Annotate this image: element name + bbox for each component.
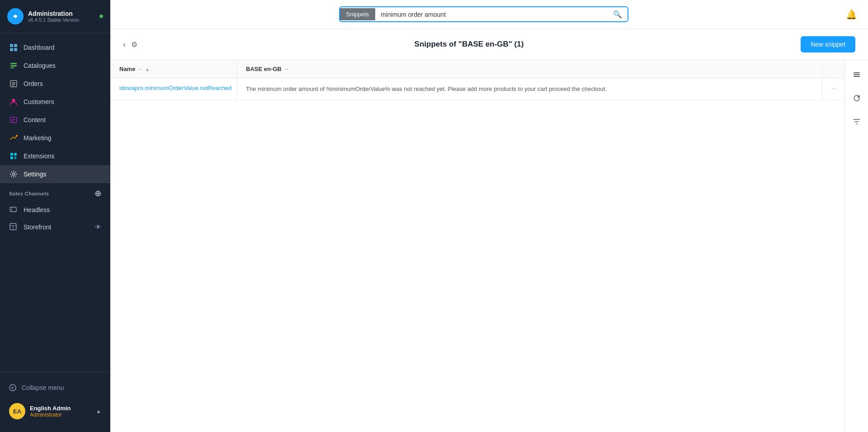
svg-point-13	[12, 99, 15, 102]
status-dot	[99, 14, 103, 18]
table-area: Name ··· ▲ BASE en-GB ··· idowapro.minim…	[110, 60, 844, 432]
main-nav: Dashboard Catalogues	[0, 33, 110, 372]
back-button[interactable]: ‹	[123, 40, 126, 49]
td-snippet-key[interactable]: idowapro.minimumOrderValue.notReached	[110, 78, 237, 100]
svg-rect-19	[14, 153, 17, 156]
add-channel-icon[interactable]: ⊕	[94, 189, 102, 199]
sidebar-item-label: Orders	[24, 80, 43, 87]
th-name-label: Name	[119, 66, 135, 72]
notification-icon[interactable]: 🔔	[846, 9, 857, 20]
svg-rect-12	[12, 85, 14, 86]
svg-rect-20	[10, 157, 13, 159]
sidebar-item-label: Marketing	[24, 134, 51, 142]
sidebar-item-settings[interactable]: Settings	[0, 165, 110, 183]
sidebar-item-dashboard[interactable]: Dashboard	[0, 38, 110, 57]
sidebar-item-content[interactable]: Content	[0, 111, 110, 129]
sidebar-item-label: Extensions	[24, 152, 54, 160]
svg-rect-5	[14, 48, 17, 51]
settings-button[interactable]: ⚙	[131, 40, 137, 49]
sidebar-bottom: Collapse menu EA English Admin Administr…	[0, 372, 110, 432]
snippet-value-text: The minimum order amount of %minimumOrde…	[246, 85, 607, 92]
svg-point-21	[13, 173, 15, 176]
row-context-menu[interactable]: ···	[831, 85, 837, 92]
table-header: Name ··· ▲ BASE en-GB ···	[110, 60, 844, 78]
sidebar-item-extensions[interactable]: Extensions	[0, 147, 110, 165]
svg-rect-15	[12, 119, 15, 120]
content-icon	[9, 115, 18, 124]
user-chevron-icon: ▲	[96, 408, 101, 414]
app-name: Administration	[28, 10, 79, 18]
visibility-icon[interactable]: 👁	[95, 223, 101, 231]
extensions-icon	[9, 152, 18, 161]
settings-icon	[9, 170, 18, 179]
user-info: English Admin Administrator	[30, 405, 71, 418]
sort-icon[interactable]: ▲	[145, 66, 150, 72]
marketing-icon	[9, 133, 18, 142]
search-button[interactable]: 🔍	[608, 7, 627, 21]
svg-rect-28	[854, 72, 860, 73]
svg-rect-30	[854, 76, 860, 77]
dashboard-icon	[9, 43, 18, 52]
topbar-right: 🔔	[846, 9, 857, 20]
svg-rect-16	[12, 120, 14, 121]
th-name: Name ··· ▲	[110, 60, 237, 78]
collapse-label: Collapse menu	[22, 384, 64, 391]
svg-point-17	[16, 135, 18, 137]
main-content: Snippets 🔍 🔔 ‹ ⚙ Snippets of "BASE en-GB…	[110, 0, 868, 432]
user-profile[interactable]: EA English Admin Administrator ▲	[0, 398, 110, 425]
th-base-en-gb: BASE en-GB ···	[237, 60, 822, 78]
sidebar-item-label: Customers	[24, 98, 54, 105]
sidebar-item-label: Content	[24, 116, 46, 123]
right-sidebar	[844, 60, 868, 432]
orders-icon	[9, 79, 18, 88]
headless-icon	[9, 205, 18, 214]
filter-button[interactable]	[849, 114, 865, 130]
list-view-button[interactable]	[849, 66, 865, 83]
app-version: v6.4.5.1 Stable Version	[28, 17, 79, 23]
sidebar-item-storefront[interactable]: Storefront 👁	[0, 218, 110, 236]
content-area: Name ··· ▲ BASE en-GB ··· idowapro.minim…	[110, 60, 868, 432]
th-base-dots[interactable]: ···	[284, 66, 288, 72]
svg-rect-6	[10, 63, 17, 64]
header-left: ‹ ⚙	[123, 40, 137, 49]
snippet-key-text[interactable]: idowapro.minimumOrderValue.notReached	[119, 85, 231, 91]
new-snippet-button[interactable]: New snippet	[801, 36, 855, 52]
sidebar-item-label: Dashboard	[24, 44, 55, 51]
channel-label: Storefront	[24, 223, 51, 231]
svg-point-1	[14, 15, 17, 18]
user-name: English Admin	[30, 405, 71, 412]
svg-rect-10	[12, 82, 15, 83]
sales-channels-title: Sales Channels	[9, 191, 49, 196]
search-input[interactable]	[375, 8, 607, 21]
catalogues-icon	[9, 61, 18, 70]
snippets-header: ‹ ⚙ Snippets of "BASE en-GB" (1) New sni…	[110, 29, 868, 60]
collapse-menu-btn[interactable]: Collapse menu	[0, 380, 110, 396]
search-tag[interactable]: Snippets	[340, 8, 376, 20]
sidebar-item-orders[interactable]: Orders	[0, 75, 110, 93]
svg-rect-18	[10, 153, 13, 156]
sidebar-header: Administration v6.4.5.1 Stable Version	[0, 0, 110, 33]
table-row: idowapro.minimumOrderValue.notReached Th…	[110, 78, 844, 100]
sidebar-item-catalogues[interactable]: Catalogues	[0, 57, 110, 75]
sidebar-item-headless[interactable]: Headless	[0, 201, 110, 218]
svg-rect-2	[10, 44, 13, 47]
app-logo	[7, 8, 24, 24]
svg-rect-29	[854, 74, 860, 75]
sidebar-item-customers[interactable]: Customers	[0, 93, 110, 111]
customers-icon	[9, 97, 18, 106]
td-row-actions[interactable]: ···	[822, 78, 844, 100]
sidebar-item-label: Catalogues	[24, 62, 56, 69]
refresh-button[interactable]	[849, 90, 865, 106]
svg-rect-8	[10, 67, 14, 68]
svg-rect-22	[10, 207, 16, 212]
user-role: Administrator	[30, 412, 71, 418]
svg-rect-14	[10, 117, 17, 123]
td-snippet-value: The minimum order amount of %minimumOrde…	[237, 78, 822, 100]
sidebar: Administration v6.4.5.1 Stable Version D…	[0, 0, 110, 432]
storefront-icon	[9, 223, 18, 232]
channel-label: Headless	[24, 206, 50, 214]
svg-rect-11	[12, 84, 15, 85]
sidebar-item-marketing[interactable]: Marketing	[0, 129, 110, 147]
svg-rect-7	[10, 65, 17, 66]
th-name-dots[interactable]: ···	[138, 66, 142, 72]
